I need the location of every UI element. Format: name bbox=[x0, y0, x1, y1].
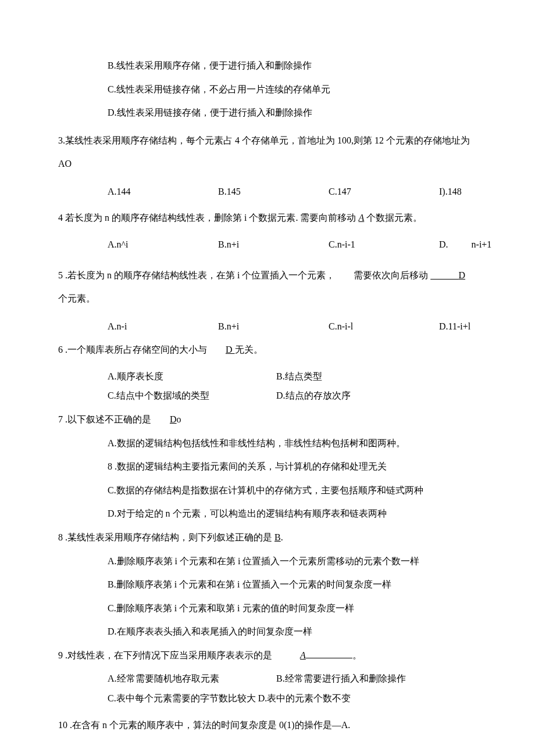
q9-row1: A.经常需要随机地存取元素 B.经常需要进行插入和删除操作 bbox=[58, 671, 471, 686]
q5-option-a: A.n-i bbox=[108, 319, 218, 334]
q2-option-d: D.线性表采用链接存储，便于进行插入和删除操作 bbox=[58, 105, 471, 120]
q8-option-a: A.删除顺序表第 i 个元素和在第 i 位置插入一个元素所需移动的元素个数一样 bbox=[58, 554, 471, 569]
q9-option-cd: C.表中每个元素需要的字节数比较大 D.表中的元素个数不变 bbox=[58, 691, 471, 706]
q9-stem: 9 .对线性表，在下列情况下应当采用顺序表表示的是 A。 bbox=[58, 648, 471, 663]
q5-blank-pre: ______ bbox=[430, 270, 458, 280]
q3-option-b: B.145 bbox=[218, 184, 329, 199]
q4-text-suffix: 个数据元素。 bbox=[364, 213, 422, 223]
q9-fill-line bbox=[306, 649, 352, 658]
q4-stem: 4 若长度为 n 的顺序存储结构线性表，删除第 i 个数据元素. 需要向前移动 … bbox=[58, 210, 471, 225]
q7-stem: 7 .以下叙述不正确的是 Do bbox=[58, 412, 471, 427]
q4-answer: A bbox=[358, 213, 364, 223]
q5-options: A.n-i B.n+i C.n-i-l D.11-i+l bbox=[58, 319, 471, 334]
q6-option-b: B.结点类型 bbox=[276, 369, 471, 384]
q2-option-b: B.线性表采用顺序存储，便于进行插入和删除操作 bbox=[58, 58, 471, 73]
q8-option-d: D.在顺序表表头插入和表尾插入的时间复杂度一样 bbox=[58, 624, 471, 639]
q7-text-suffix: o bbox=[177, 414, 181, 424]
q4-options: A.n^i B.n+i C.n-i-1 D. n-i+1 bbox=[58, 237, 471, 252]
q8-text-prefix: 8 .某线性表采用顺序存储结构，则下列叙述正确的是 bbox=[58, 532, 274, 542]
q8-option-c: C.删除顺序表第 i 个元素和取第 i 元素的值的时间复杂度一样 bbox=[58, 601, 471, 616]
q6-stem: 6 .一个顺库表所占存储空间的大小与 D 无关。 bbox=[58, 342, 471, 357]
q8-stem: 8 .某线性表采用顺序存储结构，则下列叙述正确的是 B. bbox=[58, 530, 471, 545]
q10-stem: 10 .在含有 n 个元素的顺序表中，算法的时间复杂度是 0(1)的操作是—A. bbox=[58, 718, 471, 733]
q4-d-value: n-i+1 bbox=[472, 239, 492, 249]
q6-text-prefix: 6 .一个顺库表所占存储空间的大小与 bbox=[58, 345, 226, 354]
q3-stem: 3.某线性表采用顺序存储结构，每个元素占 4 个存储单元，首地址为 100,则第… bbox=[58, 129, 471, 175]
q8-answer: B bbox=[274, 532, 281, 542]
q3-option-d: I).148 bbox=[439, 184, 526, 199]
q6-option-c: C.结点中个数据域的类型 bbox=[108, 388, 276, 403]
q4-option-a: A.n^i bbox=[108, 237, 218, 252]
q3-option-c: C.147 bbox=[329, 184, 439, 199]
q8-option-b: B.删除顺序表第 i 个元素和在第 i 位置插入一个元素的时间复杂度一样 bbox=[58, 577, 471, 592]
q5-option-c: C.n-i-l bbox=[329, 319, 439, 334]
q7-option-c: C.数据的存储结构是指数据在计算机中的存储方式，主要包括顺序和链式两种 bbox=[58, 483, 471, 498]
q5-option-b: B.n+i bbox=[218, 319, 329, 334]
q6-option-d: D.结点的存放次序 bbox=[276, 388, 471, 403]
q7-text-prefix: 7 .以下叙述不正确的是 bbox=[58, 414, 170, 424]
q5-text-suffix: 个元素。 bbox=[58, 293, 95, 303]
q3-option-a: A.144 bbox=[108, 184, 218, 199]
q6-row2: C.结点中个数据域的类型 D.结点的存放次序 bbox=[58, 388, 471, 403]
q7-answer: D bbox=[170, 414, 177, 424]
q9-text-suffix: 。 bbox=[352, 650, 362, 660]
q3-options: A.144 B.145 C.147 I).148 bbox=[58, 184, 471, 199]
q9-option-a: A.经常需要随机地存取元素 bbox=[108, 671, 276, 686]
q5-option-d: D.11-i+l bbox=[439, 319, 526, 334]
q5-text-prefix: 5 .若长度为 n 的顺序存储结构线性表，在第 i 个位置插入一个元素， 需要依… bbox=[58, 270, 430, 280]
q6-answer: D bbox=[226, 345, 235, 354]
q6-row1: A.顺序表长度 B.结点类型 bbox=[58, 369, 471, 384]
q4-text-prefix: 4 若长度为 n 的顺序存储结构线性表，删除第 i 个数据元素. 需要向前移动 bbox=[58, 213, 358, 223]
q6-option-a: A.顺序表长度 bbox=[108, 369, 276, 384]
q5-stem: 5 .若长度为 n 的顺序存储结构线性表，在第 i 个位置插入一个元素， 需要依… bbox=[58, 264, 471, 310]
q6-text-suffix: 无关。 bbox=[235, 345, 263, 354]
q8-text-suffix: . bbox=[281, 532, 283, 542]
q9-text-prefix: 9 .对线性表，在下列情况下应当采用顺序表表示的是 bbox=[58, 650, 300, 660]
exam-page: B.线性表采用顺序存储，便于进行插入和删除操作 C.线性表采用链接存储，不必占用… bbox=[0, 0, 535, 756]
q7-option-d: D.对于给定的 n 个元素，可以构造出的逻辑结构有顺序表和链表两种 bbox=[58, 506, 471, 521]
q9-option-b: B.经常需要进行插入和删除操作 bbox=[276, 671, 471, 686]
q5-answer: D bbox=[458, 270, 465, 280]
q9-answer: A bbox=[300, 650, 306, 660]
q4-option-c: C.n-i-1 bbox=[329, 237, 439, 252]
q7-option-a: A.数据的逻辑结构包括线性和非线性结构，非线性结构包括树和图两种。 bbox=[58, 436, 471, 451]
q4-option-d: D. n-i+1 bbox=[439, 237, 526, 252]
q7-option-b: 8 .数据的逻辑结构主要指元素间的关系，与计算机的存储和处理无关 bbox=[58, 459, 471, 474]
q4-d-label: D. bbox=[439, 239, 448, 249]
q4-option-b: B.n+i bbox=[218, 237, 329, 252]
q2-option-c: C.线性表采用链接存储，不必占用一片连续的存储单元 bbox=[58, 82, 471, 97]
